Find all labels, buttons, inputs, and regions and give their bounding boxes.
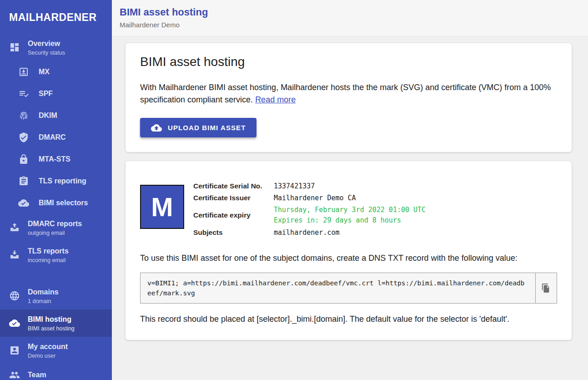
sidebar-item-label: Team (28, 370, 46, 380)
inboxdown-icon (9, 249, 20, 260)
sidebar-item-dkim[interactable]: DKIM (0, 105, 112, 127)
sidebar-item-sublabel: 1 domain (28, 298, 59, 304)
sidebar: MAILHARDENER OverviewSecurity statusMXSP… (0, 0, 112, 380)
playlistcheck-icon (18, 88, 29, 99)
lock-icon (18, 154, 29, 165)
dns-instruction: To use this BIMI asset for one of the su… (140, 252, 557, 264)
page-subtitle: Mailhardener Demo (120, 21, 588, 29)
sidebar-item-label: TLS reports (28, 247, 69, 256)
people-icon (9, 370, 20, 380)
sidebar-item-overview[interactable]: OverviewSecurity status (0, 34, 112, 61)
cloudcheck-icon (9, 318, 20, 329)
accountbox-icon (9, 345, 20, 356)
sidebar-item-tls-reports[interactable]: TLS reportsincoming email (0, 241, 112, 269)
dns-record-value: v=BIMI1; a=https://bimi.mailhardener.com… (141, 273, 535, 303)
page-header: BIMI asset hosting Mailhardener Demo (112, 0, 588, 36)
bimi-mark-letter: M (151, 194, 173, 220)
sidebar-item-my-account[interactable]: My accountDemo user (0, 337, 112, 364)
certificate-field-label: Certificate expiry (193, 209, 274, 221)
sidebar-nav: OverviewSecurity statusMXSPFDKIMDMARCMTA… (0, 34, 112, 380)
upload-button-label: UPLOAD BIMI ASSET (168, 124, 246, 132)
app-logo: MAILHARDENER (0, 0, 112, 34)
page-content: BIMI asset hosting With Mailhardener BIM… (112, 36, 588, 349)
certificate-fields: Certificate Serial No.1337421337Certific… (193, 180, 426, 238)
globe-icon (9, 290, 20, 301)
sidebar-item-label: BIMI hosting (28, 315, 75, 324)
certificate-field-label: Certificate Issuer (193, 192, 274, 204)
page-title: BIMI asset hosting (120, 6, 588, 18)
copy-icon (541, 283, 551, 293)
sidebar-item-team[interactable]: Team (0, 364, 112, 380)
sidebar-item-bimi-selectors[interactable]: BIMI selectors (0, 192, 112, 214)
sidebar-item-sublabel: incoming email (28, 257, 69, 263)
cloud-upload-icon (151, 122, 162, 133)
main-area: BIMI asset hosting Mailhardener Demo BIM… (112, 0, 588, 380)
copy-button[interactable] (535, 273, 557, 303)
inboxbox-icon (18, 66, 29, 77)
sidebar-item-mta-sts[interactable]: MTA-STS (0, 148, 112, 170)
sidebar-item-label: MTA-STS (39, 155, 70, 164)
sidebar-item-label: DMARC (39, 133, 66, 142)
sidebar-item-label: Overview (28, 39, 65, 48)
certificate-details: M Certificate Serial No.1337421337Certif… (140, 179, 557, 238)
sidebar-item-label: DKIM (39, 111, 57, 120)
sidebar-item-spf[interactable]: SPF (0, 83, 112, 105)
sidebar-item-label: DMARC reports (28, 219, 82, 228)
shieldcheck-icon (18, 132, 29, 143)
intro-card-title: BIMI asset hosting (140, 54, 557, 70)
sidebar-item-bimi-hosting[interactable]: BIMI hostingBIMI asset hosting (0, 309, 112, 337)
certificate-field-label: Subjects (193, 227, 274, 238)
certificate-field-value: Mailhardener Demo CA (274, 192, 426, 204)
cloudcheck-icon (18, 198, 29, 208)
sidebar-item-label: Domains (28, 288, 59, 297)
sidebar-item-label: TLS reporting (39, 177, 86, 186)
intro-card-body: With Mailhardener BIMI asset hosting, Ma… (140, 81, 557, 106)
placement-note: This record should be placed at [selecto… (140, 313, 557, 325)
sidebar-item-label: SPF (39, 89, 53, 98)
dns-record-block: v=BIMI1; a=https://bimi.mailhardener.com… (140, 273, 557, 304)
sidebar-item-domains[interactable]: Domains1 domain (0, 282, 112, 309)
sidebar-item-sublabel: BIMI asset hosting (28, 325, 75, 332)
sidebar-item-dmarc-reports[interactable]: DMARC reportsoutgoing email (0, 214, 112, 241)
certificate-field-value: Thursday, February 3rd 2022 01:00 UTCExp… (274, 204, 426, 227)
certificate-card: M Certificate Serial No.1337421337Certif… (126, 161, 572, 340)
upload-bimi-asset-button[interactable]: UPLOAD BIMI ASSET (140, 118, 256, 137)
sidebar-item-label: BIMI selectors (39, 198, 88, 208)
sidebar-item-mx[interactable]: MX (0, 61, 112, 83)
read-more-link[interactable]: Read more (255, 95, 296, 104)
outbox-icon (9, 222, 20, 233)
clipboard-icon (18, 176, 29, 187)
certificate-field-label: Certificate Serial No. (193, 180, 274, 192)
certificate-field-value: 1337421337 (274, 180, 426, 192)
sidebar-item-label: My account (28, 342, 68, 351)
certificate-field-value: mailhardener.com (274, 227, 426, 238)
sidebar-item-tls-reporting[interactable]: TLS reporting (0, 170, 112, 192)
fingerprint-icon (18, 110, 29, 121)
intro-card: BIMI asset hosting With Mailhardener BIM… (126, 43, 572, 152)
bimi-mark-image: M (140, 185, 184, 229)
sidebar-item-sublabel: Demo user (28, 353, 68, 359)
sidebar-item-label: MX (39, 67, 50, 76)
dashboard-icon (9, 42, 20, 53)
sidebar-item-sublabel: Security status (28, 50, 65, 56)
sidebar-item-sublabel: outgoing email (28, 230, 82, 236)
sidebar-item-dmarc[interactable]: DMARC (0, 127, 112, 148)
